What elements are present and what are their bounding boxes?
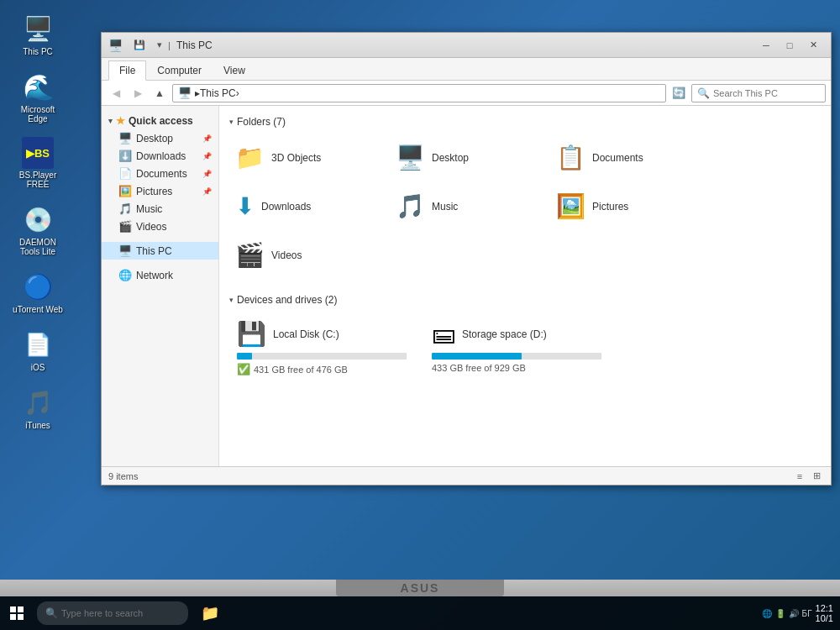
3d-objects-name: 3D Objects <box>271 152 321 164</box>
music-icon-folder: 🎵 <box>396 195 425 218</box>
desktop-icon-itunes[interactable]: 🎵 iTunes <box>8 382 67 433</box>
start-button[interactable] <box>0 596 34 630</box>
taskbar-time: 12:1 10/1 <box>816 603 833 623</box>
taskbar-right: 🌐 🔋 🔊 БГ 12:1 10/1 <box>762 603 840 623</box>
folder-3d-objects[interactable]: 📁 3D Objects <box>229 136 385 180</box>
path-icon: 🖥️ <box>178 87 192 99</box>
folder-pictures[interactable]: 🖼️ Pictures <box>550 185 706 228</box>
drives-section-header[interactable]: ▾ Devices and drives (2) <box>229 291 821 309</box>
sidebar-item-downloads[interactable]: ⬇️ Downloads 📌 <box>102 147 218 165</box>
drive-d-icon: 🖴 <box>432 320 455 348</box>
desktop-folder-icon: 🖥️ <box>118 132 132 144</box>
drive-d-name: Storage space (D:) <box>462 328 547 340</box>
asus-logo: ASUS <box>336 580 504 596</box>
music-folder-name: Music <box>432 201 458 213</box>
sidebar-section-network: 🌐 Network <box>102 263 218 287</box>
taskbar-volume-icon: 🔊 <box>789 609 799 618</box>
drive-c-icon: 💾 <box>237 320 266 348</box>
back-button[interactable]: ◀ <box>107 84 125 102</box>
folders-section-label: Folders (7) <box>237 116 286 128</box>
taskbar-search-input[interactable] <box>61 608 179 618</box>
sidebar-downloads-label: Downloads <box>136 150 186 162</box>
date-display: 10/1 <box>816 613 833 623</box>
documents-folder-name: Documents <box>592 152 643 164</box>
ribbon: File Computer View <box>102 58 831 81</box>
sidebar-item-videos[interactable]: 🎬 Videos <box>102 218 218 235</box>
desktop-icon-daemon[interactable]: 💿 DAEMON Tools Lite <box>8 199 67 260</box>
bsplayer-label: BS.Player FREE <box>12 171 64 189</box>
desktop-icon-edge[interactable]: 🌊 Microsoft Edge <box>8 66 67 127</box>
sidebar-item-this-pc[interactable]: 🖥️ This PC <box>102 242 218 260</box>
desktop-icon-this-pc[interactable]: 🖥️ This PC <box>8 8 67 60</box>
videos-folder-name: Videos <box>271 249 302 261</box>
folder-documents[interactable]: 📋 Documents <box>550 136 706 180</box>
drive-d-space: 433 GB free of 929 GB <box>432 363 601 373</box>
sidebar-item-pictures[interactable]: 🖼️ Pictures 📌 <box>102 182 218 200</box>
qat-dropdown[interactable]: ▾ <box>151 38 168 53</box>
music-folder-icon: 🎵 <box>118 202 132 215</box>
daemon-icon: 💿 <box>21 202 55 236</box>
sidebar-item-documents[interactable]: 📄 Documents 📌 <box>102 165 218 182</box>
tab-view[interactable]: View <box>213 60 256 80</box>
drive-c-ok-icon: ✅ <box>237 363 250 375</box>
sidebar-network-label: Network <box>136 270 173 281</box>
documents-folder-icon: 📄 <box>118 167 132 180</box>
desktop-icon-folder: 🖥️ <box>396 146 425 170</box>
maximize-button[interactable]: □ <box>779 36 801 55</box>
pin-icon: 📌 <box>202 134 212 143</box>
tab-computer[interactable]: Computer <box>146 60 213 80</box>
drive-local-c[interactable]: 💾 Local Disk (C:) ✅ 431 GB free of 476 G… <box>229 314 414 381</box>
drive-c-name: Local Disk (C:) <box>273 328 339 340</box>
items-count: 9 items <box>108 471 138 481</box>
up-button[interactable]: ▲ <box>150 84 169 102</box>
taskbar-lang: БГ <box>802 609 812 618</box>
downloads-folder-icon: ⬇️ <box>118 150 132 162</box>
taskbar-search[interactable]: 🔍 <box>37 601 188 625</box>
folder-videos[interactable]: 🎬 Videos <box>229 234 385 277</box>
drives-arrow-icon: ▾ <box>229 296 234 304</box>
desktop-icon-bsplayer[interactable]: ▶BS BS.Player FREE <box>8 134 67 192</box>
sidebar-quick-access-header[interactable]: ▾ ★ Quick access <box>102 113 218 129</box>
file-area: ▾ Folders (7) 📁 3D Objects 🖥️ Desktop <box>219 106 831 466</box>
view-large-icon[interactable]: ⊞ <box>809 469 824 484</box>
address-path[interactable]: 🖥️ ▸ This PC › <box>172 84 666 102</box>
pin-icon-2: 📌 <box>202 152 212 160</box>
sidebar-videos-label: Videos <box>136 221 166 233</box>
view-details-icon[interactable]: ≡ <box>792 469 807 484</box>
forward-button[interactable]: ▶ <box>129 84 147 102</box>
folder-music[interactable]: 🎵 Music <box>390 185 545 228</box>
status-bar: 9 items ≡ ⊞ <box>102 466 831 485</box>
path-text: This PC <box>200 87 236 99</box>
sidebar-documents-label: Documents <box>136 168 187 180</box>
folders-arrow-icon: ▾ <box>229 118 234 126</box>
refresh-button[interactable]: 🔄 <box>669 84 688 102</box>
svg-rect-3 <box>18 614 24 620</box>
folder-desktop[interactable]: 🖥️ Desktop <box>390 136 545 180</box>
drive-c-free-text: 431 GB free of 476 GB <box>254 365 348 375</box>
desktop-icon-ios[interactable]: 📄 iOS <box>8 324 67 375</box>
3d-objects-icon: 📁 <box>235 146 265 170</box>
search-input[interactable] <box>713 88 822 98</box>
drive-storage-d[interactable]: 🖴 Storage space (D:) 433 GB free of 929 … <box>424 314 609 381</box>
folders-grid: 📁 3D Objects 🖥️ Desktop 📋 Documents <box>229 136 821 277</box>
path-chevron: › <box>236 87 239 99</box>
minimize-button[interactable]: ─ <box>755 36 777 55</box>
drive-d-progress-fill <box>432 353 522 360</box>
sidebar-item-desktop[interactable]: 🖥️ Desktop 📌 <box>102 129 218 147</box>
downloads-icon-folder: ⬇ <box>235 195 255 218</box>
folder-downloads[interactable]: ⬇ Downloads <box>229 185 385 228</box>
drive-c-progress-bar <box>237 353 407 360</box>
close-button[interactable]: ✕ <box>802 36 824 55</box>
downloads-folder-name: Downloads <box>261 201 311 213</box>
tab-file[interactable]: File <box>108 60 146 81</box>
title-bar-text: | This PC <box>168 39 755 51</box>
taskbar-explorer-icon[interactable]: 📁 <box>195 598 225 628</box>
drive-d-top: 🖴 Storage space (D:) <box>432 320 601 348</box>
desktop-icon-utorrent[interactable]: 🔵 uTorrent Web <box>8 266 67 318</box>
search-icon: 🔍 <box>697 87 710 99</box>
sidebar-item-music[interactable]: 🎵 Music <box>102 200 218 218</box>
sidebar-item-network[interactable]: 🌐 Network <box>102 266 218 284</box>
qat-save[interactable]: 💾 <box>131 38 148 53</box>
folders-section-header[interactable]: ▾ Folders (7) <box>229 113 821 131</box>
title-bar: 🖥️ 💾 ▾ | This PC ─ □ ✕ <box>102 33 831 58</box>
